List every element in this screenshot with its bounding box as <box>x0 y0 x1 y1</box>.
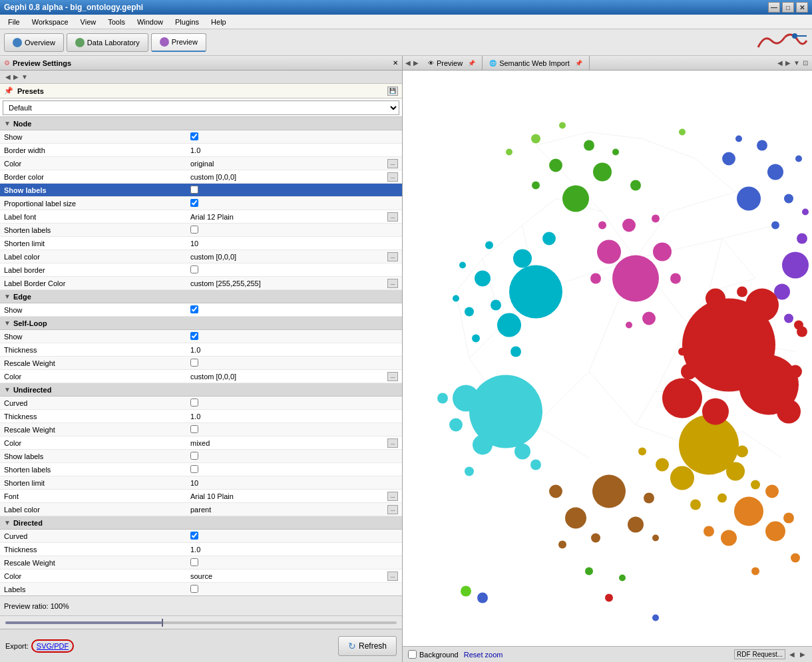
checkbox-node-show[interactable] <box>190 132 198 140</box>
close-button[interactable]: ✕ <box>796 2 808 13</box>
laboratory-icon <box>75 38 85 47</box>
sl-color-button[interactable]: ... <box>387 372 398 381</box>
row-node-label-border-color: Label Border Color custom [255,255,255] … <box>0 277 402 290</box>
checkbox-ud-curved[interactable] <box>190 399 198 407</box>
rdf-scroll-left-btn[interactable]: ◀ <box>788 651 796 658</box>
row-ud-thickness: Thickness 1.0 <box>0 410 402 423</box>
checkbox-node-shorten-labels[interactable] <box>190 226 198 234</box>
export-svg-pdf-link[interactable]: SVG/PDF <box>31 639 74 653</box>
preview-tab-pin[interactable]: 📌 <box>468 60 475 67</box>
tab-preview-right[interactable]: 👁 Preview 📌 <box>421 56 483 70</box>
rdf-scroll-right-btn[interactable]: ▶ <box>799 651 807 658</box>
checkbox-node-show-labels[interactable] <box>190 186 198 194</box>
svg-point-140 <box>477 593 488 603</box>
selfloop-toggle-icon[interactable]: ▼ <box>4 319 11 327</box>
node-color-button[interactable]: ... <box>387 159 398 168</box>
semantic-tab-pin[interactable]: 📌 <box>575 60 582 67</box>
right-scroll-left-btn[interactable]: ◀ <box>776 59 784 67</box>
svg-point-126 <box>585 568 593 576</box>
maximize-button[interactable]: □ <box>782 2 794 13</box>
svg-point-55 <box>453 295 459 302</box>
presets-save-button[interactable]: 💾 <box>387 86 398 96</box>
node-toggle-icon[interactable]: ▼ <box>4 120 11 127</box>
svg-point-117 <box>626 322 632 329</box>
svg-point-107 <box>678 348 686 356</box>
reset-zoom-label[interactable]: Reset zoom <box>464 651 503 659</box>
tab-laboratory[interactable]: Data Laboratory <box>67 33 148 52</box>
right-scroll-down-btn[interactable]: ▼ <box>792 59 801 67</box>
checkbox-sl-show[interactable] <box>190 332 198 340</box>
checkbox-ud-rescale-weight[interactable] <box>190 425 198 433</box>
directed-toggle-icon[interactable]: ▼ <box>4 519 11 526</box>
node-border-color-button[interactable]: ... <box>387 172 398 182</box>
row-ud-font: Font Arial 10 Plain ... <box>0 490 402 503</box>
section-undirected: ▼ Undirected <box>0 383 402 397</box>
node-label-font-button[interactable]: ... <box>387 212 398 222</box>
node-label-color-button[interactable]: ... <box>387 252 398 261</box>
tab-scroll-left[interactable]: ◀ ▶ ▼ <box>3 73 31 81</box>
checkbox-node-label-border[interactable] <box>190 265 198 273</box>
section-undirected-label: Undirected <box>13 386 51 394</box>
checkbox-dir-labels[interactable] <box>190 585 198 593</box>
svg-point-102 <box>789 365 802 379</box>
svg-point-91 <box>717 494 727 503</box>
checkbox-dir-curved[interactable] <box>190 532 198 540</box>
svg-point-132 <box>592 475 626 508</box>
checkbox-sl-rescale-weight[interactable] <box>190 359 198 367</box>
refresh-button[interactable]: ↻ Refresh <box>338 636 397 656</box>
svg-point-44 <box>509 265 562 319</box>
svg-point-138 <box>558 541 566 549</box>
ud-font-button[interactable]: ... <box>387 492 398 501</box>
settings-area[interactable]: ▼ Node Show Border width 1.0 Color origi… <box>0 117 402 595</box>
value-node-show <box>190 132 398 142</box>
label-sl-rescale-weight: Rescale Weight <box>4 359 190 367</box>
menu-help[interactable]: Help <box>206 17 232 27</box>
menu-plugins[interactable]: Plugins <box>170 17 204 27</box>
value-sl-color: custom [0,0,0] <box>190 373 385 381</box>
presets-select[interactable]: Default <box>3 100 399 115</box>
right-scroll-right-btn[interactable]: ▶ <box>784 59 792 67</box>
svg-point-115 <box>598 222 606 230</box>
undirected-toggle-icon[interactable]: ▼ <box>4 386 11 393</box>
tab-semantic-web-import[interactable]: 🌐 Semantic Web Import 📌 <box>483 56 590 70</box>
svg-point-69 <box>771 222 779 230</box>
right-panel-max-btn[interactable]: ⊡ <box>801 59 809 67</box>
svg-point-110 <box>653 243 672 261</box>
minimize-button[interactable]: — <box>768 2 780 13</box>
menu-file[interactable]: File <box>3 17 25 27</box>
dir-color-button[interactable]: ... <box>387 572 398 581</box>
right-tab-scroll-left[interactable]: ◀ ▶ <box>403 59 421 67</box>
panel-close-button[interactable]: ✕ <box>393 59 398 67</box>
rdf-status-box: RDF Request... <box>734 649 785 659</box>
value-node-label-color: custom [0,0,0] <box>190 253 385 261</box>
svg-point-135 <box>549 485 562 498</box>
value-ud-label-color: parent <box>190 506 385 514</box>
checkbox-node-prop-label-size[interactable] <box>190 199 198 207</box>
slider-handle[interactable] <box>162 619 163 627</box>
panel-title: Preview Settings <box>13 59 71 67</box>
checkbox-ud-shorten-labels[interactable] <box>190 465 198 473</box>
svg-point-139 <box>652 535 659 542</box>
checkbox-edge-show[interactable] <box>190 305 198 313</box>
checkbox-ud-show-labels[interactable] <box>190 452 198 460</box>
svg-point-96 <box>662 379 702 418</box>
checkbox-dir-rescale-weight[interactable] <box>190 558 198 566</box>
node-label-border-color-button[interactable]: ... <box>387 279 398 288</box>
menu-tools[interactable]: Tools <box>102 17 130 27</box>
menu-window[interactable]: Window <box>132 17 168 27</box>
background-checkbox[interactable] <box>408 650 417 659</box>
label-node-border-width: Border width <box>4 146 190 154</box>
menu-view[interactable]: View <box>75 17 102 27</box>
menu-workspace[interactable]: Workspace <box>27 17 74 27</box>
ud-label-color-button[interactable]: ... <box>387 505 398 514</box>
label-node-prop-label-size: Proportional label size <box>4 200 190 208</box>
action-bar: Export: SVG/PDF ↻ Refresh <box>0 629 402 662</box>
edge-toggle-icon[interactable]: ▼ <box>4 293 11 300</box>
value-node-color: original <box>190 160 385 168</box>
right-tab-scroll-right: ◀ ▶ ▼ ⊡ <box>773 59 812 67</box>
label-ud-shorten-labels: Shorten labels <box>4 466 190 474</box>
tab-preview[interactable]: Preview <box>151 33 206 52</box>
ud-color-button[interactable]: ... <box>387 438 398 448</box>
row-ud-label-color: Label color parent ... <box>0 503 402 516</box>
tab-overview[interactable]: Overview <box>4 33 64 52</box>
